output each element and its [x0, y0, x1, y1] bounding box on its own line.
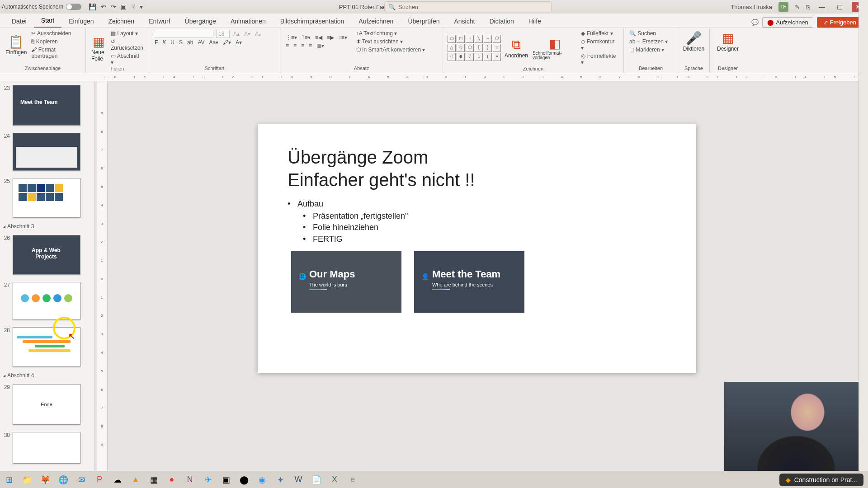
shape-fill-button[interactable]: ◆ Fülleffekt ▾ [580, 30, 619, 37]
indent-left-button[interactable]: ≡◀ [314, 34, 323, 41]
tab-bildschirm[interactable]: Bildschirmpräsentation [273, 15, 352, 28]
align-center-button[interactable]: ≡ [292, 42, 297, 49]
case-button[interactable]: Aa▾ [208, 39, 220, 46]
firefox-icon[interactable]: 🦊 [38, 473, 52, 487]
layout-button[interactable]: ▦ Layout ▾ [110, 30, 144, 37]
record-button[interactable]: ⬤Aufzeichnen [762, 17, 813, 28]
designer-button[interactable]: ▦Designer [714, 30, 741, 53]
strike-button[interactable]: S [178, 39, 184, 46]
slide-thumb-27[interactable]: 27 [0, 278, 94, 324]
bullets-button[interactable]: ⋮≡▾ [285, 34, 298, 41]
spacing-button[interactable]: AV [197, 39, 205, 46]
maximize-icon[interactable]: ▢ [834, 3, 845, 10]
align-left-button[interactable]: ≡ [285, 42, 290, 49]
slide-thumb-24[interactable]: 24 [0, 129, 94, 174]
tab-uebergaenge[interactable]: Übergänge [178, 15, 223, 28]
shape-outline-button[interactable]: ◇ Formkontur ▾ [580, 38, 619, 52]
slide-thumb-28[interactable]: 28 [0, 324, 94, 371]
excel-icon[interactable]: X [327, 473, 342, 487]
replace-button[interactable]: ab→ Ersetzen ▾ [628, 38, 673, 45]
tool1-icon[interactable]: ✎ [795, 4, 800, 10]
app-icon[interactable]: ◉ [255, 473, 269, 487]
slide-thumb-26[interactable]: 26 App & Web Projects [0, 231, 94, 278]
quick-styles-button[interactable]: ◧Schnellformat-vorlagen [532, 35, 577, 61]
underline-button[interactable]: U [170, 39, 175, 46]
telegram-icon[interactable]: ✈ [201, 473, 215, 487]
shadow-button[interactable]: ab [186, 39, 194, 46]
presenter-video-overlay[interactable] [724, 382, 868, 477]
increase-font-icon[interactable]: A▴ [232, 30, 241, 38]
select-button[interactable]: ⬚ Markieren ▾ [628, 46, 673, 53]
minimize-icon[interactable]: — [816, 3, 828, 10]
text-direction-button[interactable]: ↕A Textrichtung ▾ [355, 30, 426, 37]
app-icon[interactable]: ☁ [110, 473, 125, 487]
app-icon[interactable]: ✦ [273, 473, 288, 487]
font-family-input[interactable] [154, 30, 213, 38]
indent-right-button[interactable]: ≡▶ [326, 34, 335, 41]
scrollbar-thumb[interactable] [860, 140, 867, 147]
tab-datei[interactable]: Datei [5, 15, 34, 28]
paste-button[interactable]: 📋Einfügen [5, 33, 28, 56]
close-icon[interactable]: ✕ [852, 2, 864, 12]
justify-button[interactable]: ≡ [308, 42, 313, 49]
search-input[interactable]: 🔍 Suchen [384, 1, 552, 12]
notification-toast[interactable]: Construction on Prat... [779, 474, 863, 486]
slide-thumb-30[interactable]: 30 [0, 428, 94, 467]
toggle-switch-icon[interactable] [66, 4, 81, 10]
undo-icon[interactable]: ↶ [101, 3, 106, 10]
cut-button[interactable]: ✂ Ausschneiden [30, 30, 81, 37]
bold-button[interactable]: F [154, 39, 159, 46]
file-explorer-icon[interactable]: 📁 [20, 473, 34, 487]
reset-button[interactable]: ↺ Zurücksetzen [110, 38, 144, 52]
slide-thumb-23[interactable]: 23 Meet the Team [0, 81, 94, 129]
vlc-icon[interactable]: ▲ [128, 473, 143, 487]
word-icon[interactable]: W [291, 473, 306, 487]
avatar[interactable]: TH [778, 2, 788, 12]
tab-ansicht[interactable]: Ansicht [447, 15, 482, 28]
slide-thumb-29[interactable]: 29 Ende [0, 380, 94, 428]
tab-ueberpruefen[interactable]: Überprüfen [401, 15, 447, 28]
copy-button[interactable]: ⎘ Kopieren [30, 38, 81, 45]
chrome-icon[interactable]: 🌐 [56, 473, 71, 487]
collapse-ribbon-icon[interactable]: 💬 [751, 19, 759, 26]
slide-thumb-25[interactable]: 25 [0, 174, 94, 221]
arrange-button[interactable]: ⧉Anordnen [504, 37, 529, 60]
numbering-button[interactable]: 1≡▾ [301, 34, 311, 41]
align-right-button[interactable]: ≡ [300, 42, 305, 49]
zoom-card-our-maps[interactable]: 🌐 Our Maps The world is ours [291, 251, 401, 313]
slide-title[interactable]: Übergänge ZoomEinfacher geht's nicht !! [288, 146, 666, 191]
qat-dropdown-icon[interactable]: ▾ [140, 3, 143, 10]
line-spacing-button[interactable]: ↕≡▾ [338, 34, 348, 41]
highlight-button[interactable]: 🖍▾ [222, 39, 232, 46]
tab-entwurf[interactable]: Entwurf [142, 15, 177, 28]
zoom-card-meet-team[interactable]: 👤 Meet the Team Who are behind the scene… [414, 251, 524, 313]
redo-icon[interactable]: ↷ [111, 3, 116, 10]
dictate-button[interactable]: 🎤Diktieren [683, 30, 705, 53]
edge-icon[interactable]: e [345, 473, 360, 487]
powerpoint-icon[interactable]: P [92, 473, 107, 487]
format-painter-button[interactable]: 🖌 Format übertragen [30, 46, 81, 60]
tab-aufzeichnen[interactable]: Aufzeichnen [351, 15, 401, 28]
font-size-input[interactable] [217, 30, 229, 38]
autosave-toggle[interactable]: Automatisches Speichern [2, 4, 81, 10]
obs-icon[interactable]: ⬤ [237, 473, 251, 487]
onenote-icon[interactable]: N [183, 473, 197, 487]
section-button[interactable]: ▭ Abschnitt ▾ [110, 52, 144, 66]
tab-dictation[interactable]: Dictation [482, 15, 521, 28]
outlook-icon[interactable]: ✉ [74, 473, 89, 487]
font-color-button[interactable]: A▾ [235, 39, 243, 46]
shape-effects-button[interactable]: ◎ Formeffekte ▾ [580, 52, 619, 66]
section-header-3[interactable]: Abschnitt 3 [0, 221, 94, 231]
current-slide[interactable]: Übergänge ZoomEinfacher geht's nicht !! … [258, 124, 696, 373]
app-icon[interactable]: 📄 [309, 473, 324, 487]
app-icon[interactable]: ▦ [146, 473, 161, 487]
decrease-font-icon[interactable]: A▾ [243, 30, 251, 38]
shapes-gallery[interactable]: ▭◻○╲→⬠ △◇⬡{}☆ ⬯⬮⤴⤵(▾ [448, 35, 501, 61]
tab-hilfe[interactable]: Hilfe [521, 15, 548, 28]
new-slide-button[interactable]: ▦Neue Folie [90, 33, 107, 63]
save-icon[interactable]: 💾 [89, 3, 96, 10]
section-header-4[interactable]: Abschnitt 4 [0, 371, 94, 380]
smartart-button[interactable]: ⬡ In SmartArt konvertieren ▾ [355, 46, 426, 53]
share-button[interactable]: ↗ Freigeben [817, 17, 863, 28]
app-icon[interactable]: ▣ [219, 473, 233, 487]
